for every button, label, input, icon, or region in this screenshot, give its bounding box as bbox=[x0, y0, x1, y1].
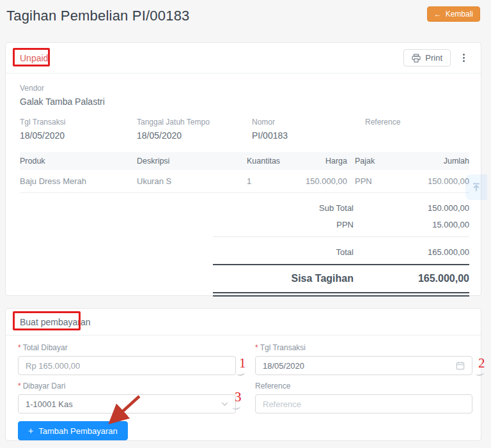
reference-input[interactable] bbox=[255, 394, 472, 413]
dibayar-dari-value: 1-10001 Kas bbox=[26, 399, 221, 409]
balance-label: Sisa Tagihan bbox=[20, 273, 354, 284]
total-dibayar-input[interactable]: Rp 165.000,00 bbox=[18, 356, 236, 375]
field-value: PI/00183 bbox=[252, 129, 365, 142]
subtotal-value: 150.000,00 bbox=[354, 203, 469, 213]
page-title: Tagihan Pembelian PI/00183 bbox=[6, 8, 190, 24]
total-label: Total bbox=[20, 247, 354, 257]
totals-divider bbox=[213, 236, 469, 237]
field-nomor: Nomor PI/00183 bbox=[252, 118, 365, 142]
dibayar-dari-label: Dibayar Dari bbox=[23, 382, 66, 390]
invoice-card-header: Unpaid Print bbox=[6, 43, 481, 73]
total-value: 165.000,00 bbox=[354, 247, 469, 257]
cell-deskripsi: Ukuran S bbox=[137, 176, 247, 186]
invoice-card: Unpaid Print Vendor Galak Tamba Palastri… bbox=[5, 42, 481, 296]
tax-label: PPN bbox=[20, 220, 354, 229]
col-jumlah: Jumlah bbox=[401, 157, 469, 166]
table-header-row: Produk Deskripsi Kuantitas Harga Pajak J… bbox=[20, 152, 469, 170]
balance-rule bbox=[213, 292, 469, 297]
dibayar-dari-select[interactable]: 1-10001 Kas bbox=[18, 394, 236, 413]
more-options-menu[interactable] bbox=[460, 51, 468, 65]
chevron-down-icon bbox=[221, 402, 228, 406]
back-button-label: Kembali bbox=[446, 10, 473, 19]
field-label: Nomor bbox=[252, 118, 365, 127]
print-button-label: Print bbox=[425, 53, 442, 63]
field-tanggal-jatuh-tempo: Tanggal Jatuh Tempo 18/05/2020 bbox=[137, 118, 252, 142]
print-button[interactable]: Print bbox=[403, 49, 451, 66]
cell-jumlah: 150.000,00 bbox=[401, 176, 469, 186]
back-button[interactable]: ← Kembali bbox=[427, 6, 480, 22]
field-label: Tgl Transaksi bbox=[20, 118, 137, 127]
tgl-transaksi-value: 18/05/2020 bbox=[263, 361, 456, 371]
required-asterisk: * bbox=[255, 343, 258, 352]
totals-section: Sub Total 150.000,00 PPN 15.000,00 Total… bbox=[20, 199, 469, 297]
total-dibayar-group: *Total Dibayar Rp 165.000,00 bbox=[18, 343, 236, 375]
arrow-to-top-icon bbox=[471, 182, 481, 192]
cell-pajak: PPN bbox=[347, 176, 401, 186]
field-reference: Reference bbox=[365, 118, 467, 142]
payment-card-header: Buat pembayaran bbox=[6, 309, 481, 336]
col-pajak: Pajak bbox=[347, 157, 401, 166]
col-kuantitas: Kuantitas bbox=[247, 157, 298, 166]
plus-icon: + bbox=[28, 426, 33, 436]
vendor-label: Vendor bbox=[20, 84, 467, 93]
cell-produk: Baju Dress Merah bbox=[20, 176, 137, 186]
table-row: Baju Dress Merah Ukuran S 1 150.000,00 P… bbox=[20, 170, 469, 193]
line-items-table: Produk Deskripsi Kuantitas Harga Pajak J… bbox=[20, 152, 469, 193]
balance-value: 165.000,00 bbox=[354, 273, 469, 284]
required-asterisk: * bbox=[18, 343, 21, 352]
cell-harga: 150.000,00 bbox=[298, 176, 347, 186]
invoice-meta-fields: Tgl Transaksi 18/05/2020 Tanggal Jatuh T… bbox=[20, 118, 467, 142]
field-label: Tanggal Jatuh Tempo bbox=[137, 118, 252, 127]
field-label: Reference bbox=[365, 118, 467, 127]
tgl-transaksi-label: Tgl Transaksi bbox=[260, 343, 306, 352]
required-asterisk: * bbox=[18, 382, 21, 390]
dibayar-dari-group: *Dibayar Dari 1-10001 Kas bbox=[18, 382, 236, 413]
col-harga: Harga bbox=[298, 157, 347, 166]
total-dibayar-label: Total Dibayar bbox=[23, 343, 68, 352]
status-badge: Unpaid bbox=[20, 53, 48, 63]
col-produk: Produk bbox=[20, 157, 137, 166]
arrow-left-icon: ← bbox=[434, 10, 442, 19]
payment-card: Buat pembayaran *Total Dibayar Rp 165.00… bbox=[5, 308, 481, 441]
total-dibayar-value: Rp 165.000,00 bbox=[26, 361, 228, 371]
tgl-transaksi-group: *Tgl Transaksi 18/05/2020 bbox=[255, 343, 472, 375]
printer-icon bbox=[412, 54, 421, 63]
field-tgl-transaksi: Tgl Transaksi 18/05/2020 bbox=[20, 118, 137, 142]
field-value: 18/05/2020 bbox=[137, 129, 252, 142]
calendar-icon bbox=[456, 361, 465, 370]
reference-group: Reference bbox=[255, 382, 472, 413]
tambah-pembayaran-label: Tambah Pembayaran bbox=[38, 426, 118, 436]
field-value: 18/05/2020 bbox=[20, 129, 137, 142]
cell-kuantitas: 1 bbox=[247, 176, 298, 186]
reference-label: Reference bbox=[255, 382, 290, 390]
tax-value: 15.000,00 bbox=[354, 220, 469, 229]
tgl-transaksi-datepicker[interactable]: 18/05/2020 bbox=[255, 356, 472, 375]
subtotal-label: Sub Total bbox=[20, 203, 354, 213]
tambah-pembayaran-button[interactable]: + Tambah Pembayaran bbox=[18, 421, 128, 440]
col-deskripsi: Deskripsi bbox=[137, 157, 247, 166]
vendor-name: Galak Tamba Palastri bbox=[20, 95, 467, 108]
scroll-to-top-button[interactable] bbox=[465, 174, 487, 200]
payment-form: *Total Dibayar Rp 165.000,00 *Tgl Transa… bbox=[6, 336, 481, 440]
payment-card-title: Buat pembayaran bbox=[20, 317, 91, 327]
